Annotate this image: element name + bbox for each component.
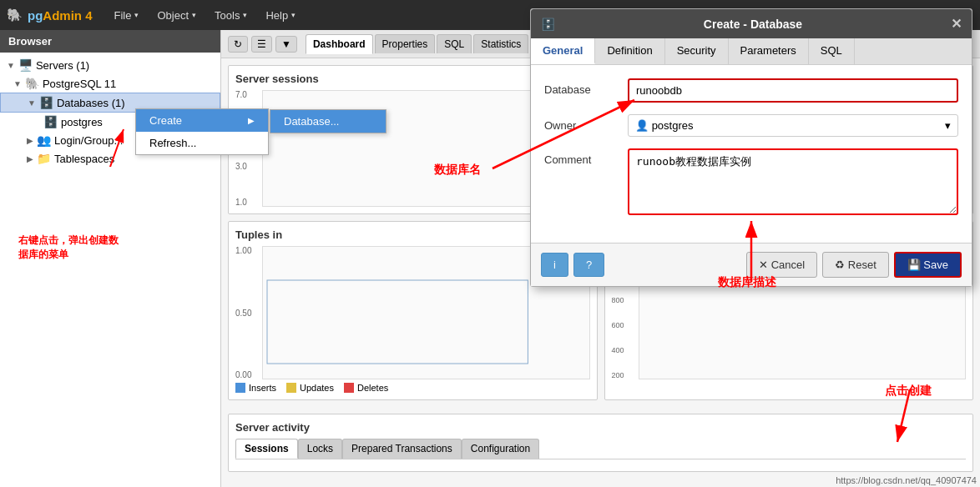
submenu-database[interactable]: Database... <box>270 110 386 133</box>
db-icon: 🗄️ <box>43 115 58 128</box>
tab-statistics[interactable]: Statistics <box>473 34 528 53</box>
watermark: https://blog.csdn.net/qq_40907474 <box>836 475 977 485</box>
login-label: Login/Group... <box>54 134 123 147</box>
create-label: Create <box>149 114 182 127</box>
tools-menu[interactable]: Tools ▾ <box>206 6 255 25</box>
refresh-label: Refresh... <box>149 137 196 149</box>
dialog-title: Create - Database <box>704 18 802 31</box>
owner-label: Owner <box>544 114 628 132</box>
dialog-tab-general[interactable]: General <box>531 38 595 64</box>
dialog-tab-parameters[interactable]: Parameters <box>729 38 809 64</box>
cancel-button[interactable]: ✕ Cancel <box>746 252 817 278</box>
object-menu[interactable]: Object ▾ <box>149 6 205 25</box>
footer-right: ✕ Cancel ♻ Reset 💾 Save <box>746 252 962 278</box>
database-row: Database <box>544 78 958 103</box>
deletes-color <box>344 383 354 393</box>
login-icon: 👥 <box>37 133 51 147</box>
label-0: 0.00 <box>235 370 260 379</box>
context-menu-wrapper: Create ▶ Database... Refresh... <box>136 109 268 154</box>
label-600: 600 <box>612 321 637 329</box>
dialog-footer: i ? ✕ Cancel ♻ Reset 💾 Save <box>531 243 972 286</box>
comment-textarea[interactable]: runoob教程数据库实例 <box>628 148 958 215</box>
postgresql-label: PostgreSQL 11 <box>43 78 116 90</box>
tab-sql[interactable]: SQL <box>437 34 472 53</box>
save-button[interactable]: 💾 Save <box>894 252 962 278</box>
logo-icon: 🐘 <box>7 8 23 23</box>
context-menu: Create ▶ Database... Refresh... <box>135 108 269 155</box>
owner-value: 👤 postgres <box>635 119 694 132</box>
create-database-dialog: 🗄️ Create - Database ✕ General Definitio… <box>530 8 972 287</box>
comment-row: Comment runoob教程数据库实例 <box>544 148 958 218</box>
file-menu[interactable]: File ▾ <box>106 6 148 25</box>
activity-tab-prepared[interactable]: Prepared Transactions <box>342 439 462 459</box>
dialog-close-button[interactable]: ✕ <box>951 16 962 32</box>
server-activity-title: Server activity <box>235 421 966 434</box>
chevron-icon: ▶ <box>27 136 33 145</box>
owner-select[interactable]: 👤 postgres ▾ <box>628 114 958 137</box>
databases-label: Databases (1) <box>57 97 125 109</box>
tab-dashboard[interactable]: Dashboard <box>306 34 373 54</box>
label-1: 1.0 <box>235 198 260 207</box>
inserts-label: Inserts <box>249 383 276 393</box>
tablespace-icon: 📁 <box>37 152 51 165</box>
context-menu-create[interactable]: Create ▶ <box>136 109 268 132</box>
label-400: 400 <box>612 346 637 354</box>
updates-label: Updates <box>300 383 334 393</box>
label-3: 3.0 <box>235 162 260 171</box>
server-icon: 🖥️ <box>18 58 33 72</box>
tablespaces-label: Tablespaces <box>54 153 114 165</box>
comment-control: runoob教程数据库实例 <box>628 148 958 218</box>
question-button[interactable]: ? <box>573 253 604 277</box>
database-input[interactable] <box>628 78 958 103</box>
owner-icon: 👤 <box>635 119 649 132</box>
app-logo: 🐘 pgAdmin 4 <box>7 8 93 23</box>
toolbar-icons: ↻ ☰ ▼ <box>228 36 297 53</box>
updates-color <box>286 383 296 393</box>
submenu-arrow: ▶ <box>248 116 255 125</box>
dialog-tabs: General Definition Security Parameters S… <box>531 38 972 65</box>
dialog-tab-definition[interactable]: Definition <box>595 38 664 64</box>
label-800: 800 <box>612 296 637 304</box>
label-1: 1.00 <box>235 246 260 255</box>
help-menu[interactable]: Help ▾ <box>257 6 304 25</box>
activity-tab-config[interactable]: Configuration <box>462 439 539 459</box>
dialog-tab-security[interactable]: Security <box>665 38 729 64</box>
owner-control: 👤 postgres ▾ <box>628 114 958 137</box>
reset-button[interactable]: ♻ Reset <box>822 252 889 278</box>
select-arrow: ▾ <box>945 119 951 132</box>
tree-item-postgresql[interactable]: ▼ 🐘 PostgreSQL 11 <box>0 74 220 93</box>
svg-rect-0 <box>267 280 528 364</box>
legend-inserts: Inserts <box>235 383 276 393</box>
top-menu: File ▾ Object ▾ Tools ▾ Help ▾ <box>106 6 305 25</box>
app-title: pgAdmin 4 <box>28 8 93 23</box>
servers-label: Servers (1) <box>36 59 89 72</box>
chevron-icon: ▼ <box>7 61 15 70</box>
chevron-icon: ▼ <box>28 98 36 108</box>
sidebar: Browser ▼ 🖥️ Servers (1) ▼ 🐘 PostgreSQL … <box>0 30 221 487</box>
chart-labels-tuples: 1.00 0.50 0.00 <box>235 246 260 379</box>
legend-deletes: Deletes <box>344 383 388 393</box>
dialog-tab-sql[interactable]: SQL <box>809 38 855 64</box>
chart-legend: Inserts Updates Deletes <box>235 383 590 393</box>
databases-icon: 🗄️ <box>39 96 53 109</box>
filter-icon[interactable]: ▼ <box>275 36 297 53</box>
sidebar-header: Browser <box>0 30 220 53</box>
database-control <box>628 78 958 103</box>
chevron-icon: ▼ <box>13 79 22 88</box>
activity-tabs: Sessions Locks Prepared Transactions Con… <box>235 439 966 459</box>
context-menu-refresh[interactable]: Refresh... <box>136 132 268 154</box>
activity-tab-locks[interactable]: Locks <box>298 439 342 459</box>
list-icon[interactable]: ☰ <box>251 36 272 53</box>
info-button[interactable]: i <box>541 253 568 277</box>
comment-label: Comment <box>544 148 628 166</box>
activity-tab-sessions[interactable]: Sessions <box>235 439 298 459</box>
refresh-icon[interactable]: ↻ <box>228 36 248 53</box>
tree-item-servers[interactable]: ▼ 🖥️ Servers (1) <box>0 56 220 74</box>
database-label: Database <box>544 78 628 96</box>
dialog-title-icon: 🗄️ <box>541 18 555 31</box>
label-05: 0.50 <box>235 309 260 318</box>
tab-properties[interactable]: Properties <box>375 34 436 53</box>
label-200: 200 <box>612 371 637 379</box>
chevron-icon: ▶ <box>27 154 33 163</box>
submenu: Database... <box>270 109 386 133</box>
